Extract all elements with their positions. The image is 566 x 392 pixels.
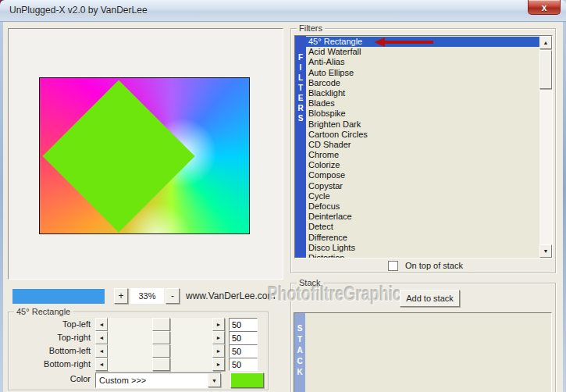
slider-track[interactable] bbox=[108, 331, 212, 344]
filter-item[interactable]: Distortion bbox=[306, 253, 539, 258]
filters-group-label: Filters bbox=[297, 23, 325, 33]
color-swatch-button[interactable] bbox=[230, 372, 264, 388]
filter-item[interactable]: Detect bbox=[306, 222, 539, 232]
param-value-input-bottom-left[interactable] bbox=[229, 344, 258, 358]
param-label: Top-right bbox=[9, 331, 91, 344]
slider-top-left[interactable]: ◄ ► bbox=[95, 318, 225, 331]
filter-item[interactable]: Chrome bbox=[306, 150, 539, 160]
filter-item[interactable]: Colorize bbox=[306, 160, 539, 170]
param-row-top-right: Top-right ◄ ► bbox=[9, 331, 269, 344]
param-row-top-left: Top-left ◄ ► bbox=[9, 318, 269, 331]
filter-item[interactable]: Cartoon Circles bbox=[306, 130, 539, 140]
filter-item[interactable]: Compose bbox=[306, 170, 539, 180]
strip-letter: K bbox=[297, 367, 302, 378]
filter-item[interactable]: Defocus bbox=[306, 201, 539, 212]
param-label: Bottom-right bbox=[9, 358, 91, 371]
scroll-right-icon: ► bbox=[216, 362, 222, 367]
slider-track[interactable] bbox=[108, 358, 212, 371]
slider-left-button[interactable]: ◄ bbox=[95, 318, 108, 331]
dropdown-button[interactable]: ▼ bbox=[208, 373, 221, 387]
website-label: www.VanDerLee.com bbox=[186, 290, 276, 301]
strip-letter: T bbox=[297, 334, 302, 345]
stack-listbox[interactable]: S T A C K bbox=[294, 312, 552, 392]
preview-diamond-shape bbox=[42, 80, 194, 232]
filter-item[interactable]: Brighten Dark bbox=[306, 119, 539, 130]
slider-thumb[interactable] bbox=[152, 344, 170, 358]
filters-listbox: F I L T E R S 45° Rectangle Acid Waterfa… bbox=[294, 35, 553, 258]
scroll-right-icon: ► bbox=[216, 335, 222, 340]
slider-bottom-right[interactable]: ◄ ► bbox=[95, 358, 225, 371]
scroll-up-button[interactable]: ▲ bbox=[539, 36, 552, 49]
close-button[interactable]: x bbox=[528, 0, 561, 15]
param-value-input-top-left[interactable] bbox=[229, 318, 258, 331]
strip-letter: E bbox=[298, 93, 304, 103]
slider-right-button[interactable]: ► bbox=[212, 318, 225, 331]
slider-track[interactable] bbox=[108, 318, 212, 331]
filters-group: Filters F I L T E R S 45° Rectangle Acid… bbox=[290, 28, 556, 273]
slider-right-button[interactable]: ► bbox=[212, 344, 225, 358]
scroll-left-icon: ◄ bbox=[99, 335, 105, 340]
window-title: UnPlugged-X v2.0 by VanDerLee bbox=[9, 0, 148, 21]
filter-item[interactable]: Copystar bbox=[306, 181, 539, 191]
scroll-left-icon: ◄ bbox=[99, 362, 105, 367]
slider-left-button[interactable]: ◄ bbox=[95, 358, 108, 371]
slider-right-button[interactable]: ► bbox=[212, 358, 225, 371]
filter-item[interactable]: Blobspike bbox=[306, 109, 539, 119]
slider-left-button[interactable]: ◄ bbox=[95, 331, 108, 344]
scroll-left-icon: ◄ bbox=[99, 322, 105, 327]
filter-item[interactable]: Acid Waterfall bbox=[306, 47, 539, 57]
slider-thumb[interactable] bbox=[152, 358, 170, 371]
strip-letter: I bbox=[300, 62, 302, 73]
filter-item[interactable]: Disco Lights bbox=[306, 243, 539, 253]
param-row-bottom-left: Bottom-left ◄ ► bbox=[9, 344, 269, 358]
filter-item[interactable]: Deinterlace bbox=[306, 212, 539, 222]
filters-list: 45° Rectangle Acid Waterfall Anti-Alias … bbox=[306, 37, 539, 258]
scroll-down-button[interactable]: ▼ bbox=[539, 244, 552, 258]
color-mode-value: Custom >>> bbox=[96, 373, 221, 387]
zoom-in-button[interactable]: + bbox=[114, 288, 128, 304]
filters-scrollbar[interactable]: ▲ ▼ bbox=[539, 36, 552, 258]
param-label: Bottom-left bbox=[9, 344, 91, 358]
filter-item[interactable]: Anti-Alias bbox=[306, 57, 539, 67]
window-border-right bbox=[563, 22, 566, 392]
scrollbar-thumb[interactable] bbox=[539, 50, 552, 89]
preview-panel bbox=[8, 28, 283, 280]
slider-top-right[interactable]: ◄ ► bbox=[95, 331, 225, 344]
scroll-right-icon: ► bbox=[216, 348, 222, 354]
slider-right-button[interactable]: ► bbox=[212, 331, 225, 344]
filter-item[interactable]: Difference bbox=[306, 233, 539, 243]
strip-letter: T bbox=[298, 83, 303, 93]
param-row-bottom-right: Bottom-right ◄ ► bbox=[9, 358, 269, 371]
params-group: 45° Rectangle Top-left ◄ ► Top-right ◄ ►… bbox=[8, 312, 269, 390]
preview-image bbox=[39, 77, 250, 234]
filter-item[interactable]: Barcode bbox=[306, 78, 539, 88]
scroll-up-icon: ▲ bbox=[543, 40, 549, 45]
add-to-stack-button[interactable]: Add to stack bbox=[400, 290, 460, 307]
filter-item[interactable]: Blacklight bbox=[306, 88, 539, 98]
slider-track[interactable] bbox=[108, 344, 212, 358]
strip-letter: F bbox=[298, 52, 303, 62]
zoom-level: 33% bbox=[130, 288, 164, 304]
filter-item[interactable]: CD Shader bbox=[306, 140, 539, 150]
strip-letter: R bbox=[297, 103, 303, 113]
progress-bar bbox=[12, 289, 105, 304]
title-bar: UnPlugged-X v2.0 by VanDerLee bbox=[0, 0, 566, 22]
filter-item[interactable]: Blades bbox=[306, 98, 539, 109]
slider-thumb[interactable] bbox=[152, 318, 170, 331]
scroll-left-icon: ◄ bbox=[99, 348, 105, 354]
filter-item[interactable]: Cycle bbox=[306, 191, 539, 201]
annotation-arrow-head bbox=[374, 37, 385, 47]
slider-left-button[interactable]: ◄ bbox=[95, 344, 108, 358]
slider-thumb[interactable] bbox=[152, 331, 170, 344]
strip-letter: C bbox=[297, 356, 302, 367]
strip-letter: S bbox=[298, 113, 304, 123]
filter-item[interactable]: Auto Ellipse bbox=[306, 68, 539, 78]
slider-bottom-left[interactable]: ◄ ► bbox=[95, 344, 225, 358]
filters-strip: F I L T E R S bbox=[295, 36, 306, 258]
on-top-of-stack-checkbox[interactable] bbox=[388, 261, 398, 271]
param-value-input-bottom-right[interactable] bbox=[229, 358, 258, 371]
color-mode-dropdown[interactable]: Custom >>> ▼ bbox=[95, 372, 222, 388]
on-top-of-stack-label: On top of stack bbox=[405, 260, 463, 272]
param-value-input-top-right[interactable] bbox=[229, 331, 258, 344]
zoom-out-button[interactable]: - bbox=[166, 288, 180, 304]
